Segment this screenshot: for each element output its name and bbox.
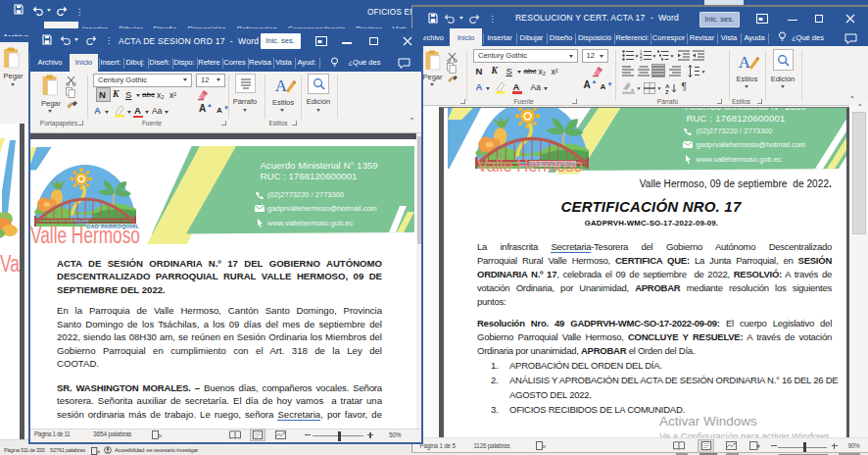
svg-text:A: A [275, 76, 288, 94]
svg-text:A: A [738, 53, 750, 72]
svg-text:3: 3 [640, 57, 643, 61]
svg-text:A: A [665, 82, 670, 88]
svg-text:Z: Z [665, 89, 669, 94]
